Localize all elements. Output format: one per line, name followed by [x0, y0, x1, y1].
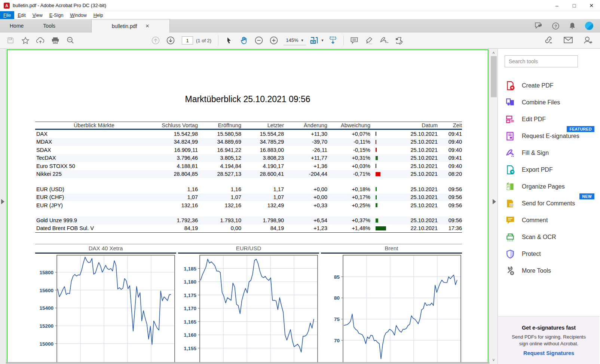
previous-page-icon[interactable] [148, 34, 163, 47]
stamp-tool-icon[interactable] [392, 34, 407, 47]
table-cell: 08:20 [438, 171, 462, 177]
table-cell: 3.808,23 [241, 155, 284, 161]
table-cell: 1.792,36 [153, 217, 198, 223]
menu-esign[interactable]: E-Sign [46, 11, 67, 19]
sidebar-item-export-pdf[interactable]: Export PDF [498, 161, 600, 178]
deviation-bar [376, 218, 378, 223]
maximize-button[interactable]: □ [566, 0, 583, 11]
deviation-bar [376, 203, 377, 207]
svg-text:70: 70 [334, 337, 340, 343]
table-cell: 09:40 [438, 139, 462, 145]
tool-label: Create PDF [522, 82, 553, 89]
new-badge: NEW [579, 193, 594, 199]
cloud-upload-icon[interactable] [33, 34, 48, 47]
table-cell: 16.941,22 [198, 147, 241, 153]
minimize-button[interactable]: – [548, 0, 566, 11]
left-panel-toggle-icon[interactable] [1, 199, 4, 204]
menu-window[interactable]: Window [67, 11, 90, 19]
sidebar-item-comment[interactable]: Comment [498, 212, 600, 229]
horizontal-scrollbar[interactable] [6, 362, 489, 364]
request-signatures-link[interactable]: Request Signatures [523, 350, 574, 356]
table-cell: 25.10.2021 [390, 217, 438, 223]
menu-file[interactable]: File [0, 11, 14, 19]
comment-tool-icon[interactable] [347, 34, 362, 47]
menu-edit[interactable]: Edit [14, 11, 29, 19]
sidebar-collapse-icon[interactable] [493, 199, 496, 204]
zoom-out-icon[interactable] [251, 34, 266, 47]
column-header: Abweichung [327, 122, 370, 128]
tab-tools[interactable]: Tools [33, 19, 65, 33]
svg-text:75: 75 [334, 316, 340, 322]
table-cell: 09:56 [438, 202, 462, 208]
account-avatar[interactable] [585, 22, 593, 30]
table-cell: 84,19 [153, 225, 198, 231]
highlight-tool-icon[interactable] [362, 34, 377, 47]
svg-text:15400: 15400 [39, 305, 53, 311]
notifications-icon[interactable] [569, 22, 576, 30]
deviation-bar [376, 187, 377, 191]
scroll-mode-icon[interactable] [325, 34, 340, 47]
feedback-icon[interactable] [535, 22, 543, 30]
tab-document[interactable]: bulletin.pdf ✕ [91, 19, 170, 33]
sidebar-item-organize-pages[interactable]: Organize Pages [498, 178, 600, 195]
sidebar-item-protect[interactable]: Protect [498, 245, 600, 262]
deviation-bar [376, 195, 377, 199]
scroll-up-icon[interactable]: ˄︎ [490, 49, 498, 56]
select-tool-icon[interactable] [221, 34, 236, 47]
next-page-icon[interactable] [163, 34, 178, 47]
scroll-down-icon[interactable]: ˅︎ [490, 357, 498, 363]
sidebar-item-request-e-signatures[interactable]: FEATUREDRequest E-signatures [498, 128, 600, 144]
scrollbar-thumb[interactable] [491, 56, 497, 97]
sidebar-item-send-for-comments[interactable]: NEWSend for Comments [498, 195, 600, 212]
tool-label: Scan & OCR [522, 234, 556, 241]
zoom-level-dropdown[interactable]: 145% ▼ [284, 36, 306, 45]
more-tools-icon [505, 266, 515, 276]
add-user-icon[interactable] [583, 36, 593, 45]
sidebar-item-edit-pdf[interactable]: Edit PDF [498, 111, 600, 128]
table-cell: +0,18% [327, 186, 370, 192]
save-icon[interactable] [3, 34, 18, 47]
sidebar-item-combine-files[interactable]: Combine Files [498, 94, 600, 111]
menu-view[interactable]: View [29, 11, 46, 19]
deviation-bar-cell [370, 148, 390, 152]
table-cell: 132,16 [153, 202, 198, 208]
search-icon[interactable] [63, 34, 78, 47]
zoom-in-icon[interactable] [266, 34, 281, 47]
table-cell: TecDAX [35, 155, 153, 161]
menu-help[interactable]: Help [90, 11, 107, 19]
document-title: Marktüberblick 25.10.2021 09:56 [7, 94, 488, 104]
help-icon[interactable]: ? [552, 22, 560, 30]
tool-label: Comment [522, 217, 548, 224]
table-cell: +11,30 [284, 131, 327, 137]
table-cell: 34.824,99 [153, 139, 198, 145]
table-cell: 34.785,29 [241, 139, 284, 145]
email-icon[interactable] [563, 36, 573, 45]
fit-width-icon[interactable]: ▼ [308, 34, 325, 47]
hand-tool-icon[interactable] [236, 34, 251, 47]
share-link-icon[interactable] [544, 36, 554, 45]
close-button[interactable]: ✕ [583, 0, 600, 11]
sidebar-item-create-pdf[interactable]: Create PDF [498, 77, 600, 94]
page-number-input[interactable] [182, 36, 193, 45]
table-cell: +0,03% [327, 163, 370, 169]
svg-text:15200: 15200 [39, 323, 53, 328]
table-cell: 4.190,17 [241, 163, 284, 169]
table-cell: 09:41 [438, 131, 462, 137]
sidebar-item-more-tools[interactable]: More Tools [498, 262, 600, 279]
scan-ocr-icon [505, 232, 515, 242]
sidebar-item-fill-sign[interactable]: Fill & Sign [498, 144, 600, 161]
table-cell: +0,17% [327, 194, 370, 200]
sidebar-item-scan-ocr[interactable]: Scan & OCR [498, 229, 600, 245]
table-cell: +0,25% [327, 202, 370, 208]
tab-close-icon[interactable]: ✕ [145, 23, 149, 29]
sign-tool-icon[interactable] [377, 34, 392, 47]
star-icon[interactable] [18, 34, 33, 47]
print-icon[interactable] [48, 34, 63, 47]
table-cell: 09:56 [438, 194, 462, 200]
search-tools-input[interactable] [505, 55, 578, 67]
vertical-scrollbar[interactable]: ˄︎ ˅︎ [489, 49, 498, 364]
deviation-bar [376, 140, 376, 144]
tab-home[interactable]: Home [0, 19, 33, 33]
svg-text:15000: 15000 [39, 341, 53, 346]
deviation-bar-cell [370, 172, 390, 176]
